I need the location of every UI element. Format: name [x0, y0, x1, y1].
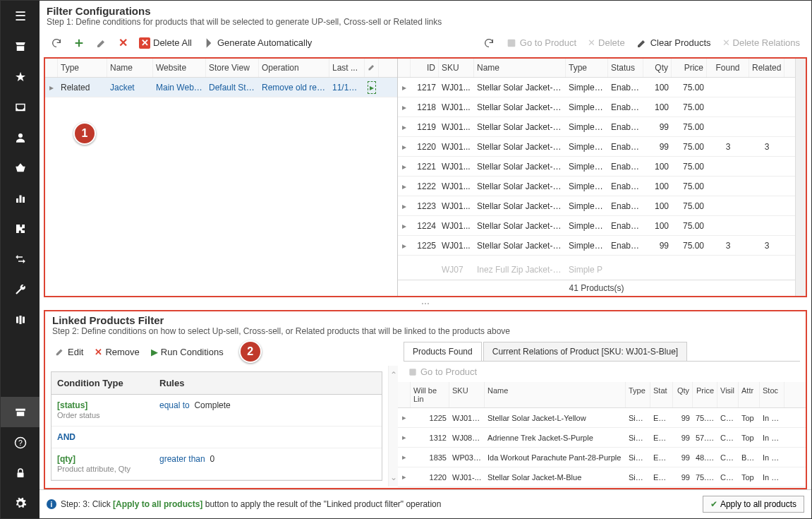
add-button[interactable]: [69, 35, 89, 51]
edit-button[interactable]: [92, 35, 111, 51]
generate-button[interactable]: Generate Automatically: [199, 35, 316, 51]
clear-products-button[interactable]: Clear Products: [632, 35, 715, 51]
expand-icon[interactable]: ▸: [398, 179, 411, 194]
step2-badge: 2: [239, 340, 262, 363]
product-row[interactable]: ▸1221WJ01...Stellar Solar Jacket-M...Sim…: [398, 157, 795, 177]
sidebar-chart-icon[interactable]: [1, 183, 40, 213]
filter-store-view[interactable]: Default Stor...: [206, 80, 259, 95]
refresh-products-button[interactable]: [479, 35, 499, 51]
tab-current-relations[interactable]: Current Relations of Product [SKU: WJ01-…: [483, 342, 687, 361]
expand-icon[interactable]: ▸: [398, 430, 411, 445]
sidebar-store-icon[interactable]: [1, 31, 40, 61]
product-row[interactable]: ▸1217WJ01...Stellar Solar Jacket-S-...Si…: [398, 78, 795, 97]
found-row[interactable]: ▸1225WJ01-L...Stellar Solar Jacket-L-Yel…: [398, 408, 806, 428]
expand-icon[interactable]: ▸: [398, 218, 411, 234]
toolbar-step1: ✕ ✕Delete All Generate Automatically Go …: [40, 28, 811, 57]
sidebar-star-icon[interactable]: ★: [1, 61, 40, 92]
col-edit-icon[interactable]: [365, 59, 379, 77]
condition-row[interactable]: [qty]Product attribute, Qtygreater than …: [51, 448, 382, 480]
expand-icon[interactable]: ▸: [398, 80, 411, 95]
col-fstoc[interactable]: Stoc: [760, 382, 784, 407]
sidebar-basket-icon[interactable]: [1, 153, 40, 183]
sidebar-wrench-icon[interactable]: [1, 274, 40, 304]
sidebar-transfer-icon[interactable]: [1, 244, 40, 274]
products-scrollbar[interactable]: [795, 59, 806, 296]
sidebar-gear-icon[interactable]: [1, 488, 40, 518]
col-name[interactable]: Name: [107, 59, 153, 77]
expand-icon[interactable]: ▸: [398, 119, 411, 135]
col-fvisi[interactable]: Visil: [717, 382, 739, 407]
expand-icon[interactable]: ▸: [398, 198, 411, 214]
sidebar-lock-icon[interactable]: [1, 458, 40, 488]
splitter[interactable]: ⋯: [40, 297, 811, 310]
product-row[interactable]: ▸1219WJ01...Stellar Solar Jacket-S-...Si…: [398, 117, 795, 137]
col-status[interactable]: Status: [608, 59, 643, 77]
col-sku[interactable]: SKU: [439, 59, 474, 77]
sidebar-inbox-icon[interactable]: [1, 92, 40, 122]
col-store-view[interactable]: Store View: [206, 59, 259, 77]
col-qty[interactable]: Qty: [643, 59, 672, 77]
product-row[interactable]: ▸1218WJ01...Stellar Solar Jacket-S-...Si…: [398, 97, 795, 117]
expand-icon[interactable]: ▸: [398, 450, 411, 465]
filter-last[interactable]: 11/11/...: [329, 80, 365, 95]
col-fsku[interactable]: SKU: [449, 382, 485, 407]
condition-row[interactable]: [status]Order statusequal to Complete: [51, 395, 382, 426]
col-pname[interactable]: Name: [474, 59, 566, 77]
filter-row[interactable]: ▸ Related Jacket Main Website Default St…: [45, 78, 397, 97]
delete-button[interactable]: ✕: [114, 34, 132, 52]
col-fname[interactable]: Name: [485, 382, 626, 407]
expand-icon[interactable]: ▸: [398, 238, 411, 253]
found-row[interactable]: ▸1312WJ08-S...Adrienne Trek Jacket-S-Pur…: [398, 428, 806, 448]
expand-icon[interactable]: ▸: [398, 159, 411, 174]
found-row[interactable]: ▸1220WJ01-...Stellar Solar Jacket-M-Blue…: [398, 467, 806, 487]
col-fattr[interactable]: Attr: [739, 382, 760, 407]
filter-website[interactable]: Main Website: [153, 80, 206, 95]
sidebar-stack-icon[interactable]: [1, 304, 40, 335]
product-row[interactable]: ▸1220WJ01...Stellar Solar Jacket-M...Sim…: [398, 137, 795, 157]
apply-to-all-button[interactable]: ✔Apply to all products: [703, 496, 804, 513]
col-ftype[interactable]: Type: [626, 382, 650, 407]
expand-icon[interactable]: ▸: [398, 139, 411, 155]
col-fprice[interactable]: Price: [693, 382, 717, 407]
col-last[interactable]: Last ...: [329, 59, 365, 77]
run-conditions-button[interactable]: ▶Run Conditions: [147, 345, 228, 359]
edit-condition-button[interactable]: Edit: [51, 345, 87, 359]
found-row[interactable]: ▸1835WP03-...Ida Workout Parachute Pant-…: [398, 448, 806, 467]
sidebar-menu-icon[interactable]: ☰: [1, 1, 40, 31]
sidebar-user-icon[interactable]: [1, 122, 40, 153]
conditions-scroll[interactable]: ⌃⌄: [388, 366, 398, 487]
sidebar-puzzle-icon[interactable]: [1, 213, 40, 244]
expand-icon[interactable]: ▸: [398, 410, 411, 425]
col-fstat[interactable]: Stat: [650, 382, 673, 407]
col-found[interactable]: Found: [707, 59, 749, 77]
filter-config-header: Filter Configurations Step 1: Define con…: [40, 1, 811, 28]
col-ptype[interactable]: Type: [566, 59, 608, 77]
tab-products-found[interactable]: Products Found: [404, 342, 482, 361]
sidebar-archive-icon[interactable]: [1, 397, 40, 427]
col-linked[interactable]: Will be Lin: [411, 382, 449, 407]
col-fqty[interactable]: Qty: [673, 382, 693, 407]
remove-condition-button[interactable]: ✕Remove: [90, 345, 143, 359]
delete-all-button[interactable]: ✕Delete All: [135, 35, 196, 51]
col-type[interactable]: Type: [58, 59, 107, 77]
expand-icon[interactable]: ▸: [398, 470, 411, 484]
condition-row[interactable]: AND: [51, 426, 382, 448]
filter-run-icon[interactable]: ▸: [365, 80, 379, 95]
col-price[interactable]: Price: [672, 59, 707, 77]
filter-type: Related: [58, 80, 107, 95]
refresh-button[interactable]: [47, 35, 66, 51]
col-website[interactable]: Website: [153, 59, 206, 77]
product-row[interactable]: ▸1223WJ01...Stellar Solar Jacket-L-...Si…: [398, 196, 795, 216]
product-row[interactable]: ▸1224WJ01...Stellar Solar Jacket-L-...Si…: [398, 216, 795, 236]
sidebar-help-icon[interactable]: ?: [1, 427, 40, 458]
filter-name[interactable]: Jacket: [107, 80, 153, 95]
info-icon: i: [47, 499, 56, 509]
col-id[interactable]: ID: [411, 59, 439, 77]
expand-icon[interactable]: ▸: [45, 80, 58, 95]
col-related[interactable]: Related: [749, 59, 784, 77]
col-operation[interactable]: Operation: [259, 59, 329, 77]
filter-operation[interactable]: Remove old relati...: [259, 80, 329, 95]
product-row[interactable]: ▸1222WJ01...Stellar Solar Jacket-M...Sim…: [398, 177, 795, 196]
expand-icon[interactable]: ▸: [398, 100, 411, 115]
product-row[interactable]: ▸1225WJ01...Stellar Solar Jacket-L-...Si…: [398, 236, 795, 256]
